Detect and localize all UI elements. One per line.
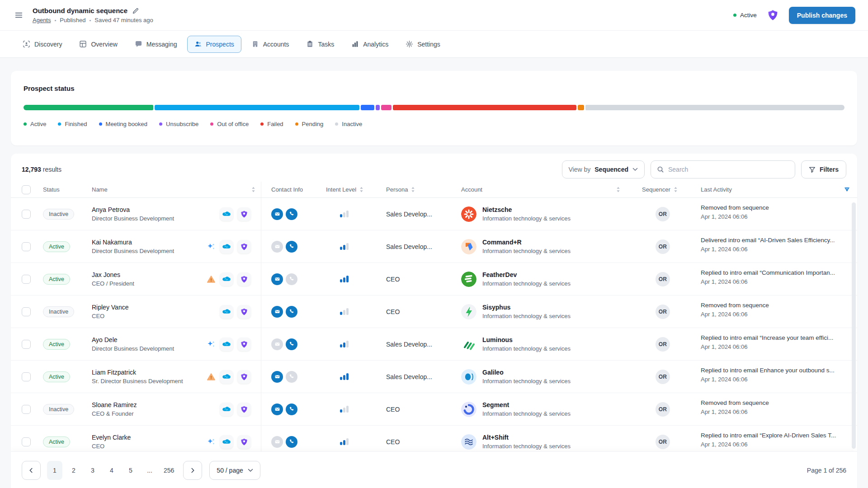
salesforce-icon[interactable] — [220, 272, 233, 286]
table-row[interactable]: Inactive Ripley Vance CEO CEO Sisyphus — [11, 296, 857, 328]
column-header-name[interactable]: Name — [78, 182, 261, 197]
table-row[interactable]: Active Liam Fitzpatrick Sr. Director Bus… — [11, 361, 857, 393]
view-by-dropdown[interactable]: View by Sequenced — [562, 160, 645, 178]
salesforce-icon[interactable] — [220, 207, 233, 221]
select-all-checkbox[interactable] — [22, 185, 31, 194]
table-row[interactable]: Active Ayo Dele Director Business Develo… — [11, 328, 857, 361]
page-number-3[interactable]: 3 — [85, 461, 100, 480]
table-scrollbar[interactable] — [852, 202, 856, 449]
email-icon[interactable] — [271, 241, 283, 253]
tab-settings[interactable]: Settings — [398, 36, 448, 53]
table-row[interactable]: Active Kai Nakamura Director Business De… — [11, 230, 857, 263]
row-checkbox[interactable] — [22, 340, 31, 349]
shield-icon[interactable] — [237, 370, 251, 384]
row-checkbox[interactable] — [22, 437, 31, 446]
results-count: 12,793 results — [22, 166, 61, 173]
tab-messaging[interactable]: Messaging — [127, 36, 184, 53]
phone-icon[interactable] — [286, 241, 297, 253]
tab-prospects[interactable]: Prospects — [187, 36, 241, 53]
column-header-contact-info[interactable]: Contact Info — [261, 182, 323, 197]
phone-icon[interactable] — [286, 273, 297, 285]
email-icon[interactable] — [271, 371, 283, 383]
tab-overview[interactable]: Overview — [72, 36, 124, 53]
tab-tasks[interactable]: Tasks — [299, 36, 341, 53]
sequencer-avatar[interactable]: OR — [656, 402, 670, 417]
edit-icon[interactable] — [132, 7, 139, 14]
row-checkbox[interactable] — [22, 372, 31, 381]
sequencer-avatar[interactable]: OR — [656, 337, 670, 352]
sort-icon[interactable] — [616, 187, 620, 192]
email-icon[interactable] — [271, 338, 283, 350]
row-checkbox[interactable] — [22, 275, 31, 284]
sort-icon[interactable] — [251, 187, 255, 192]
shield-icon[interactable] — [237, 272, 251, 286]
page-number-4[interactable]: 4 — [104, 461, 119, 480]
previous-page-button[interactable] — [22, 461, 41, 480]
publish-changes-button[interactable]: Publish changes — [789, 7, 855, 24]
column-header-sequencer[interactable]: Sequencer — [639, 182, 693, 197]
filters-button[interactable]: Filters — [801, 160, 846, 178]
hamburger-menu-icon[interactable] — [11, 8, 26, 23]
salesforce-icon[interactable] — [220, 370, 233, 384]
sequencer-avatar[interactable]: OR — [656, 305, 670, 319]
tab-analytics[interactable]: Analytics — [344, 36, 396, 53]
phone-icon[interactable] — [286, 371, 297, 383]
salesforce-icon[interactable] — [220, 403, 233, 416]
next-page-button[interactable] — [183, 461, 202, 480]
column-header-status[interactable]: Status — [36, 182, 78, 197]
sequencer-avatar[interactable]: OR — [656, 207, 670, 221]
shield-icon[interactable] — [237, 305, 251, 319]
page-number-2[interactable]: 2 — [66, 461, 81, 480]
tab-label: Messaging — [146, 41, 177, 48]
sort-icon[interactable] — [359, 187, 363, 192]
email-icon[interactable] — [271, 306, 283, 318]
search-input[interactable] — [668, 166, 789, 173]
search-box[interactable] — [651, 160, 795, 178]
salesforce-icon[interactable] — [220, 305, 233, 319]
row-checkbox[interactable] — [22, 307, 31, 316]
row-checkbox[interactable] — [22, 210, 31, 219]
sort-icon[interactable] — [674, 187, 678, 192]
column-header-last-activity[interactable]: Last Activity — [693, 182, 857, 197]
email-icon[interactable] — [271, 404, 283, 415]
table-row[interactable]: Active Jax Jones CEO / President CEO Fea… — [11, 263, 857, 296]
shield-icon[interactable] — [237, 403, 251, 416]
column-header-persona[interactable]: Persona — [380, 182, 458, 197]
sequencer-avatar[interactable]: OR — [656, 239, 670, 254]
column-header-intent-level[interactable]: Intent Level — [323, 182, 380, 197]
shield-icon[interactable] — [237, 435, 251, 449]
shield-icon[interactable] — [237, 207, 251, 221]
email-icon[interactable] — [271, 273, 283, 285]
salesforce-icon[interactable] — [220, 240, 233, 253]
shield-icon[interactable] — [237, 338, 251, 351]
phone-icon[interactable] — [286, 306, 297, 318]
phone-icon[interactable] — [286, 436, 297, 448]
sequencer-avatar[interactable]: OR — [656, 272, 670, 286]
phone-icon[interactable] — [286, 404, 297, 415]
page-number-256[interactable]: 256 — [161, 461, 177, 480]
tab-discovery[interactable]: Discovery — [15, 36, 69, 53]
table-row[interactable]: Inactive Anya Petrova Director Business … — [11, 198, 857, 230]
phone-icon[interactable] — [286, 208, 297, 220]
shield-badge-icon[interactable] — [767, 9, 779, 21]
salesforce-icon[interactable] — [220, 435, 233, 449]
phone-icon[interactable] — [286, 338, 297, 350]
email-icon[interactable] — [271, 436, 283, 448]
legend-item: Finished — [58, 121, 87, 127]
sort-icon[interactable] — [411, 187, 415, 192]
table-row[interactable]: Inactive Sloane Ramirez CEO & Founder CE… — [11, 393, 857, 426]
sequencer-avatar[interactable]: OR — [656, 435, 670, 449]
column-filter-icon[interactable] — [844, 187, 850, 192]
breadcrumb-agents-link[interactable]: Agents — [33, 17, 51, 23]
row-checkbox[interactable] — [22, 242, 31, 251]
email-icon[interactable] — [271, 208, 283, 220]
tab-accounts[interactable]: Accounts — [244, 36, 297, 53]
page-size-dropdown[interactable]: 50 / page — [209, 461, 260, 480]
salesforce-icon[interactable] — [220, 338, 233, 351]
row-checkbox[interactable] — [22, 405, 31, 414]
column-header-account[interactable]: Account — [458, 182, 639, 197]
page-number-5[interactable]: 5 — [123, 461, 138, 480]
sequencer-avatar[interactable]: OR — [656, 370, 670, 384]
page-number-1[interactable]: 1 — [47, 461, 62, 480]
shield-icon[interactable] — [237, 240, 251, 253]
